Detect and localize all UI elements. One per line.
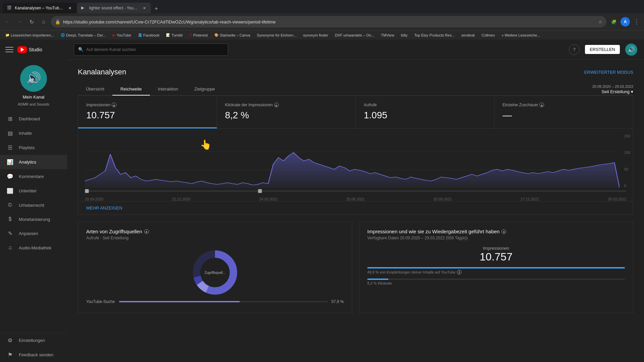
bookmark-label-collmex: Collmex bbox=[482, 33, 495, 37]
profile-avatar[interactable]: A bbox=[621, 17, 630, 26]
zuschauer-info-icon[interactable]: ▲ bbox=[539, 103, 544, 107]
app-layout: Studio 🔊 Mein Kanal ASMR and Sounds ⊞ Da… bbox=[0, 40, 644, 362]
sidebar-item-inhalte[interactable]: ▤ Inhalte bbox=[0, 126, 67, 140]
tab-2[interactable]: ▶ lighter sound effect - YouTube ✕ bbox=[77, 3, 151, 13]
bookmark-synonym[interactable]: synonym finder bbox=[301, 33, 331, 38]
studio-logo[interactable]: Studio bbox=[17, 46, 42, 53]
create-button[interactable]: ERSTELLEN bbox=[585, 45, 620, 54]
date-range: 20.09.2020 – 29.03.2022 bbox=[592, 84, 633, 88]
star-icon[interactable]: ☆ bbox=[598, 19, 602, 24]
home-button[interactable]: ⌂ bbox=[39, 17, 48, 26]
forward-button[interactable]: → bbox=[15, 17, 24, 26]
bookmark-pinterest[interactable]: P Pinterest bbox=[187, 33, 210, 38]
new-tab-button[interactable]: + bbox=[152, 4, 161, 13]
progress-track-1 bbox=[367, 267, 625, 268]
bookmark-label-yt: YouTube bbox=[117, 33, 131, 37]
progress-row-2: 8,2 % Klickrate bbox=[367, 279, 625, 285]
bookmark-tumblr[interactable]: 📝 Tumblr bbox=[163, 33, 185, 38]
address-bar[interactable]: 🔒 https://studio.youtube.com/channel/UCv… bbox=[51, 16, 606, 27]
bookmark-dxf[interactable]: DXF umwandeln – On... bbox=[332, 33, 377, 38]
stat-card-impressionen[interactable]: Impressionen ▲ 10.757 bbox=[78, 96, 217, 128]
sidebar-item-untertitel[interactable]: ⬜ Untertitel bbox=[0, 184, 67, 198]
klickrate-info-icon[interactable]: ▲ bbox=[274, 103, 279, 107]
sidebar-item-feedback[interactable]: ⚑ Feedback senden bbox=[0, 348, 67, 362]
extended-mode-button[interactable]: ERWEITERTER MODUS bbox=[584, 70, 633, 75]
bookmark-sevdesk[interactable]: sevdesk bbox=[459, 33, 477, 38]
bookmark-deepl[interactable]: 🌐 DeepL Translate – Der... bbox=[58, 33, 109, 38]
help-icon[interactable]: ? bbox=[569, 44, 580, 55]
slider-handle-left[interactable] bbox=[85, 189, 89, 193]
stat-card-klickrate[interactable]: Klickrate der Impressionen ▲ 8,2 % bbox=[217, 96, 356, 128]
tab-1-close[interactable]: ✕ bbox=[67, 5, 72, 11]
sidebar-item-monetarisierung[interactable]: $ Monetarisierung bbox=[0, 212, 67, 226]
bookmark-label-etsy: Top Etsy Products Res... bbox=[414, 33, 454, 37]
stat-card-aufrufe[interactable]: Aufrufe 1.095 bbox=[356, 96, 495, 128]
tab-2-close[interactable]: ✕ bbox=[142, 5, 147, 11]
bookmark-synonyme[interactable]: Synonyme für Einhorn... bbox=[254, 33, 299, 38]
sidebar-header: Studio bbox=[0, 40, 67, 60]
tab-2-favicon: ▶ bbox=[81, 5, 87, 11]
sidebar-item-playlists[interactable]: ☰ Playlists bbox=[0, 140, 67, 155]
mehr-anzeigen-button[interactable]: MEHR ANZEIGEN bbox=[86, 205, 122, 210]
impressionen-info-icon[interactable]: ▲ bbox=[112, 103, 116, 107]
einstellungen-icon: ⚙ bbox=[7, 337, 13, 344]
extensions-icon[interactable]: 🧩 bbox=[609, 17, 619, 26]
studio-text: Studio bbox=[29, 47, 42, 52]
slider-handle-right[interactable] bbox=[258, 189, 262, 193]
tab-1-favicon: 🎬 bbox=[7, 5, 12, 11]
bookmark-collmex[interactable]: Collmex bbox=[479, 33, 498, 38]
bookmarks-bar: 📁 Lesezeichen importieren... 🌐 DeepL Tra… bbox=[0, 30, 644, 40]
impressionen-karte: Impressionen und wie sie zu Wiedergabeze… bbox=[359, 222, 633, 313]
sidebar-item-dashboard[interactable]: ⊞ Dashboard bbox=[0, 112, 67, 126]
urheberrecht-icon: © bbox=[7, 202, 13, 208]
stat-card-zuschauer[interactable]: Einzelne Zuschauer ▲ — bbox=[494, 96, 633, 128]
bookmark-lesezeichen[interactable]: 📁 Lesezeichen importieren... bbox=[3, 33, 57, 38]
hamburger-menu[interactable] bbox=[5, 46, 13, 54]
bookmark-label-deepl: DeepL Translate – Der... bbox=[66, 33, 106, 37]
tab-reichweite[interactable]: Reichweite bbox=[112, 83, 150, 96]
bookmark-youtube[interactable]: ▶ YouTube bbox=[110, 33, 134, 38]
back-button[interactable]: ← bbox=[3, 17, 12, 26]
menu-button[interactable]: ⋮ bbox=[632, 17, 641, 26]
bookmark-more[interactable]: » Weitere Lesezeiche... bbox=[499, 33, 543, 38]
tab-ubersicht[interactable]: Übersicht bbox=[78, 83, 112, 96]
mehr-anzeigen-section: MEHR ANZEIGEN bbox=[78, 201, 633, 215]
sidebar-item-einstellungen[interactable]: ⚙ Einstellungen bbox=[0, 333, 67, 348]
dashboard-icon: ⊞ bbox=[7, 116, 13, 122]
bookmark-facebook[interactable]: 📘 Facebook bbox=[135, 33, 162, 38]
bookmark-tmview[interactable]: TMView bbox=[378, 33, 397, 38]
bookmark-label-canva: Startseite – Canva bbox=[220, 33, 250, 37]
zugriffsquellen-info-icon[interactable]: ▲ bbox=[144, 229, 149, 234]
tab-interaktion[interactable]: Interaktion bbox=[150, 83, 186, 96]
sidebar-item-urheberrecht[interactable]: © Urheberrecht bbox=[0, 198, 67, 212]
search-bar[interactable]: 🔍 bbox=[74, 44, 228, 56]
user-avatar[interactable]: 🔊 bbox=[625, 44, 637, 56]
sidebar-item-audio[interactable]: ♫ Audio-Mediathek bbox=[0, 241, 67, 255]
date-selector[interactable]: 20.09.2020 – 29.03.2022 Seit Erstellung … bbox=[592, 84, 633, 94]
bookmark-etsy[interactable]: Top Etsy Products Res... bbox=[412, 33, 457, 38]
bookmark-bitly[interactable]: bitly bbox=[398, 33, 410, 38]
sidebar-item-kommentare[interactable]: 💬 Kommentare bbox=[0, 169, 67, 184]
progress-info-icon-1[interactable]: ℹ bbox=[457, 270, 462, 275]
donut-label-text: Zugriffsquell... bbox=[205, 271, 226, 275]
bookmark-label-tmview: TMView bbox=[381, 33, 394, 37]
impressionen-karte-info-icon[interactable]: ▲ bbox=[501, 229, 506, 234]
progress-desc-1: 49,9 % von Empfehlungen deiner Inhalte a… bbox=[367, 270, 625, 275]
slider-track bbox=[85, 190, 626, 192]
sidebar-item-anpassen[interactable]: ✎ Anpassen bbox=[0, 226, 67, 241]
search-input[interactable] bbox=[86, 47, 224, 52]
date-label: Seit Erstellung ▾ bbox=[601, 89, 633, 94]
channel-avatar[interactable]: 🔊 bbox=[20, 65, 47, 92]
tab-zielgruppe[interactable]: Zielgruppe bbox=[186, 83, 223, 96]
address-bar-row: ← → ↻ ⌂ 🔒 https://studio.youtube.com/cha… bbox=[0, 13, 644, 30]
bookmark-canva[interactable]: 🎨 Startseite – Canva bbox=[212, 33, 253, 38]
klickrate-value: 8,2 % bbox=[225, 110, 347, 121]
analytics-chart: 150 100 50 0 bbox=[78, 129, 633, 215]
x-label-7: 29.03.2022 bbox=[608, 197, 626, 201]
refresh-button[interactable]: ↻ bbox=[27, 17, 36, 26]
chart-slider[interactable] bbox=[78, 188, 633, 194]
anpassen-label: Anpassen bbox=[19, 231, 38, 236]
bar-fill-yt-suche bbox=[119, 301, 240, 302]
sidebar-item-analytics[interactable]: 📊 Analytics bbox=[0, 155, 67, 169]
tab-1[interactable]: 🎬 Kanalanalysen – YouTube Studio ✕ bbox=[3, 3, 76, 13]
